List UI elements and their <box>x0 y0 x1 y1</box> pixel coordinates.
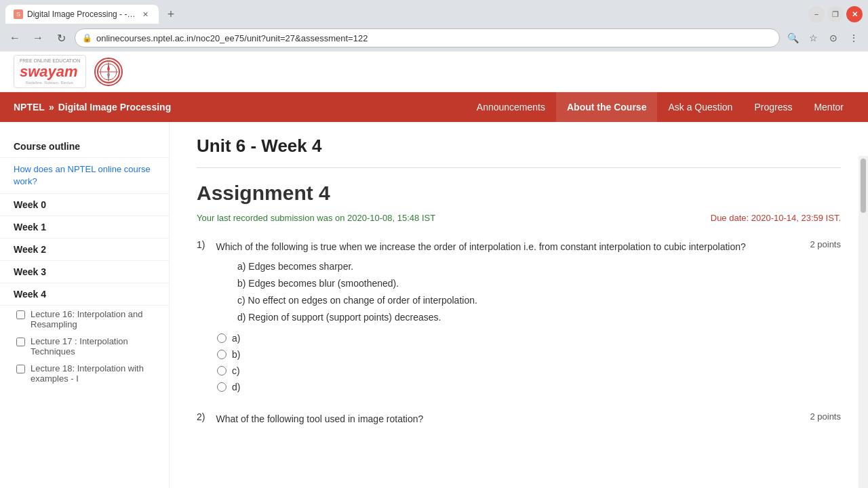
url-text: onlinecourses.nptel.ac.in/noc20_ee75/uni… <box>96 33 368 43</box>
close-button[interactable]: ✕ <box>846 6 863 22</box>
svg-marker-5 <box>107 72 110 80</box>
breadcrumb-nptel[interactable]: NPTEL <box>14 102 45 113</box>
question-2-points: 2 points <box>810 411 841 426</box>
nav-progress[interactable]: Progress <box>743 92 803 122</box>
sidebar-week2[interactable]: Week 2 <box>0 239 169 261</box>
info-row: Your last recorded submission was on 202… <box>197 213 841 226</box>
zoom-icon[interactable]: 🔍 <box>784 29 802 47</box>
sidebar: Course outline How does an NPTEL online … <box>0 122 170 488</box>
radio-a-label: a) <box>232 333 240 344</box>
reload-button[interactable]: ↻ <box>52 28 71 47</box>
sidebar-week0[interactable]: Week 0 <box>0 194 169 216</box>
forward-button[interactable]: → <box>28 28 47 47</box>
question-1: 1) Which of the following is true when w… <box>197 239 841 392</box>
radio-b[interactable] <box>217 350 226 359</box>
radio-b-label: b) <box>232 349 240 360</box>
minimize-button[interactable]: − <box>808 6 825 22</box>
page-title: Unit 6 - Week 4 <box>197 136 841 168</box>
sidebar-week1[interactable]: Week 1 <box>0 216 169 239</box>
question-1-num: 1) <box>197 239 205 254</box>
back-button[interactable]: ← <box>5 28 24 47</box>
radio-c-label: c) <box>232 365 240 376</box>
radio-option-c[interactable]: c) <box>217 365 841 376</box>
window-controls: − ❐ ✕ <box>808 6 863 22</box>
swayam-logo[interactable]: FREE ONLINE EDUCATION swayam Redefine. R… <box>14 55 86 88</box>
radio-d[interactable] <box>217 382 226 392</box>
sidebar-lecture17[interactable]: Lecture 17 : Interpolation Techniques <box>0 333 169 360</box>
question-1-radio-options: a) b) c) d) <box>217 333 841 392</box>
breadcrumb-separator: » <box>49 102 54 113</box>
browser-tab[interactable]: S Digital Image Processing - - Uni... ✕ <box>5 5 159 24</box>
main-content: Unit 6 - Week 4 Assignment 4 Your last r… <box>170 122 868 488</box>
sidebar-week3[interactable]: Week 3 <box>0 261 169 283</box>
breadcrumb: NPTEL » Digital Image Processing <box>14 102 171 113</box>
option-1b: b) Edges becomes blur (smoothened). <box>237 277 841 291</box>
swayam-text: swayam <box>20 63 78 80</box>
radio-a[interactable] <box>217 333 226 343</box>
sidebar-how-nptel[interactable]: How does an NPTEL online course work? <box>0 158 169 194</box>
question-2: 2) What of the following tool used in im… <box>197 411 841 426</box>
new-tab-button[interactable]: + <box>161 5 180 24</box>
main-layout: Course outline How does an NPTEL online … <box>0 122 868 488</box>
nav-bar: NPTEL » Digital Image Processing Announc… <box>0 92 868 122</box>
address-bar[interactable]: 🔒 onlinecourses.nptel.ac.in/noc20_ee75/u… <box>75 28 780 47</box>
nav-about-course[interactable]: About the Course <box>556 92 657 122</box>
breadcrumb-course[interactable]: Digital Image Processing <box>58 102 172 113</box>
nav-announcements[interactable]: Announcements <box>466 92 556 122</box>
profile-icon[interactable]: ⊙ <box>825 29 842 47</box>
due-date: Due date: 2020-10-14, 23:59 IST. <box>711 213 841 223</box>
swayam-subtitle: FREE ONLINE EDUCATION <box>20 58 80 63</box>
svg-marker-4 <box>107 64 110 72</box>
nav-links: Announcements About the Course Ask a Que… <box>466 92 854 122</box>
submission-info: Your last recorded submission was on 202… <box>197 213 435 223</box>
sidebar-course-outline[interactable]: Course outline <box>0 136 169 158</box>
question-1-points: 2 points <box>810 239 841 249</box>
lecture16-checkbox[interactable] <box>16 310 25 319</box>
site-header: FREE ONLINE EDUCATION swayam Redefine. R… <box>0 52 868 92</box>
restore-button[interactable]: ❐ <box>827 6 844 22</box>
sidebar-week4[interactable]: Week 4 <box>0 283 169 306</box>
tab-title: Digital Image Processing - - Uni... <box>27 9 136 19</box>
question-1-options: a) Edges becomes sharper. b) Edges becom… <box>237 260 841 325</box>
option-1a: a) Edges becomes sharper. <box>237 260 841 274</box>
radio-option-d[interactable]: d) <box>217 382 841 392</box>
radio-option-b[interactable]: b) <box>217 349 841 360</box>
swayam-tagline: Redefine. Relearn. Revive. <box>20 81 80 85</box>
sidebar-lecture18[interactable]: Lecture 18: Interpolation with examples … <box>0 360 169 387</box>
radio-c[interactable] <box>217 366 226 375</box>
bookmark-star-icon[interactable]: ☆ <box>804 29 822 47</box>
nav-ask-question[interactable]: Ask a Question <box>657 92 743 122</box>
assignment-title: Assignment 4 <box>197 182 841 205</box>
option-1d: d) Region of support (support points) de… <box>237 310 841 325</box>
lecture18-checkbox[interactable] <box>16 365 25 373</box>
scrollbar-thumb[interactable] <box>861 159 866 213</box>
question-2-num: 2) <box>197 411 205 426</box>
compass-logo <box>94 58 123 86</box>
question-1-text: Which of the following is true when we i… <box>216 239 796 254</box>
radio-option-a[interactable]: a) <box>217 333 841 344</box>
page-scrollbar[interactable] <box>859 156 868 488</box>
radio-d-label: d) <box>232 382 240 392</box>
tab-favicon: S <box>14 9 23 19</box>
menu-icon[interactable]: ⋮ <box>845 29 863 47</box>
lock-icon: 🔒 <box>82 33 92 43</box>
option-1c: c) No effect on edges on change of order… <box>237 293 841 308</box>
question-2-header: 2) What of the following tool used in im… <box>197 411 841 426</box>
sidebar-lecture16[interactable]: Lecture 16: Interpolation and Resampling <box>0 306 169 333</box>
question-1-header: 1) Which of the following is true when w… <box>197 239 841 254</box>
logo-area: FREE ONLINE EDUCATION swayam Redefine. R… <box>14 55 123 88</box>
nav-mentor[interactable]: Mentor <box>803 92 854 122</box>
lecture17-checkbox[interactable] <box>16 338 25 346</box>
tab-close-button[interactable]: ✕ <box>140 9 151 20</box>
question-2-text: What of the following tool used in image… <box>216 411 796 426</box>
